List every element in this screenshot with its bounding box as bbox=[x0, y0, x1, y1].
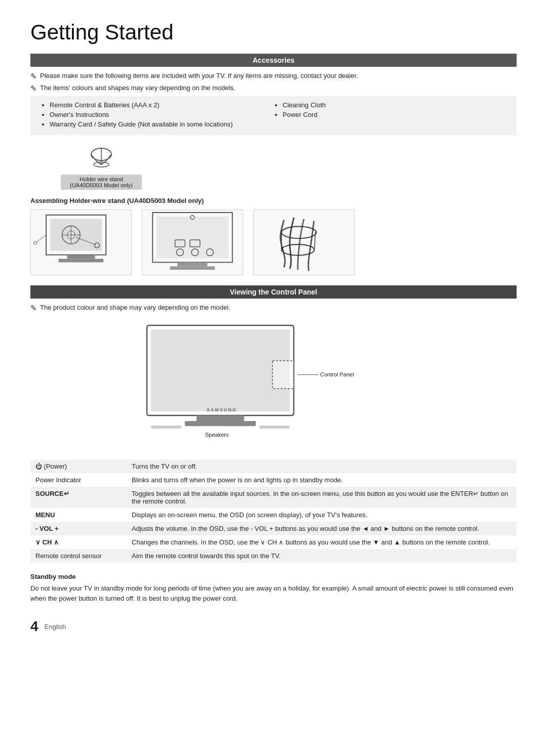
control-panel-text: Control Panel bbox=[320, 371, 354, 377]
control-description: Blinks and turns off when the power is o… bbox=[127, 473, 517, 487]
controls-table-row: Power IndicatorBlinks and turns off when… bbox=[30, 473, 517, 487]
control-button-label: Power Indicator bbox=[30, 473, 127, 487]
svg-rect-11 bbox=[67, 255, 95, 259]
accessories-header: Accessories bbox=[30, 54, 517, 67]
speakers-label-text: Speakers bbox=[205, 432, 228, 438]
svg-rect-33 bbox=[197, 415, 244, 422]
controls-table: ⏻ (Power)Turns the TV on or off.Power In… bbox=[30, 459, 517, 563]
svg-rect-32 bbox=[272, 361, 294, 389]
control-button-label: MENU bbox=[30, 508, 127, 522]
standby-text: Do not leave your TV in standby mode for… bbox=[30, 583, 517, 603]
pencil-icon-2: ✎ bbox=[30, 84, 37, 93]
assembly-image-1 bbox=[30, 209, 132, 275]
controls-table-row: Remote control sensorAim the remote cont… bbox=[30, 549, 517, 563]
accessory-item: Warranty Card / Safety Guide (Not availa… bbox=[50, 120, 274, 128]
svg-text:SAMSUNG: SAMSUNG bbox=[207, 407, 237, 412]
accessory-item: Owner's Instructions bbox=[50, 111, 274, 118]
svg-rect-34 bbox=[185, 421, 256, 426]
control-description: Aim the remote control towards this spot… bbox=[127, 549, 517, 563]
pencil-icon-3: ✎ bbox=[30, 304, 37, 313]
control-button-label: ∨ CH ∧ bbox=[30, 535, 127, 549]
tv-illustration: SAMSUNG Control Panel Speakers bbox=[132, 323, 344, 446]
standby-title: Standby mode bbox=[30, 573, 517, 580]
control-button-label: - VOL + bbox=[30, 522, 127, 535]
accessory-item: Power Cord bbox=[283, 111, 506, 118]
page-number-row: 4 English bbox=[30, 618, 517, 635]
holder-wire-image: Holder wire stand (UA40D5003 Model only) bbox=[61, 144, 142, 190]
svg-point-14 bbox=[33, 241, 36, 244]
wire-stand-icon bbox=[81, 144, 122, 173]
control-button-label: SOURCE↵ bbox=[30, 487, 127, 508]
viewing-header: Viewing the Control Panel bbox=[30, 285, 517, 299]
tv-diagram: SAMSUNG Control Panel Speakers bbox=[30, 318, 517, 454]
controls-table-row: ∨ CH ∧Changes the channels. In the OSD, … bbox=[30, 535, 517, 549]
svg-rect-24 bbox=[170, 266, 215, 270]
control-description: Turns the TV on or off. bbox=[127, 459, 517, 473]
svg-rect-36 bbox=[259, 426, 290, 429]
control-button-label: ⏻ (Power) bbox=[30, 459, 127, 473]
svg-point-25 bbox=[282, 226, 317, 238]
page-title: Getting Started bbox=[30, 20, 517, 45]
standby-section: Standby mode Do not leave your TV in sta… bbox=[30, 573, 517, 603]
assembly-image-2 bbox=[142, 209, 243, 275]
holder-wire-caption: Holder wire stand (UA40D5003 Model only) bbox=[61, 175, 142, 190]
accessories-section: Accessories ✎ Please make sure the follo… bbox=[30, 54, 517, 190]
control-description: Displays an on-screen menu, the OSD (on … bbox=[127, 508, 517, 522]
viewing-note: ✎ The product colour and shape may vary … bbox=[30, 304, 517, 313]
svg-rect-30 bbox=[151, 329, 290, 411]
assembly-image-3 bbox=[253, 209, 355, 275]
control-description: Adjusts the volume. In the OSD, use the … bbox=[127, 522, 517, 535]
accessories-note1: ✎ Please make sure the following items a… bbox=[30, 72, 517, 81]
svg-rect-12 bbox=[59, 259, 104, 262]
viewing-section: Viewing the Control Panel ✎ The product … bbox=[30, 285, 517, 563]
controls-table-row: SOURCE↵Toggles between all the available… bbox=[30, 487, 517, 508]
page-language: English bbox=[45, 623, 66, 631]
control-description: Toggles between all the available input … bbox=[127, 487, 517, 508]
svg-rect-35 bbox=[151, 426, 181, 429]
assemble-title: Assembling Holder-wire stand (UA40D5003 … bbox=[30, 197, 517, 204]
accessories-list: Remote Control & Batteries (AAA x 2) Own… bbox=[30, 96, 517, 135]
controls-table-row: MENUDisplays an on-screen menu, the OSD … bbox=[30, 508, 517, 522]
accessories-col2: Cleaning Cloth Power Cord bbox=[274, 101, 506, 130]
assembly-images bbox=[30, 209, 517, 275]
holder-wire-section: Holder wire stand (UA40D5003 Model only) bbox=[61, 144, 517, 190]
pencil-icon-1: ✎ bbox=[30, 72, 37, 81]
svg-rect-16 bbox=[157, 217, 228, 259]
svg-line-13 bbox=[36, 235, 46, 242]
svg-rect-23 bbox=[177, 262, 207, 266]
control-button-label: Remote control sensor bbox=[30, 549, 127, 563]
control-description: Changes the channels. In the OSD, use th… bbox=[127, 535, 517, 549]
accessory-item: Remote Control & Batteries (AAA x 2) bbox=[50, 101, 274, 109]
page-number: 4 bbox=[30, 618, 38, 635]
control-panel-label-area: Control Panel bbox=[298, 371, 354, 377]
controls-table-row: ⏻ (Power)Turns the TV on or off. bbox=[30, 459, 517, 473]
accessories-note2: ✎ The items' colours and shapes may vary… bbox=[30, 84, 517, 93]
assemble-section: Assembling Holder-wire stand (UA40D5003 … bbox=[30, 197, 517, 275]
accessories-col1: Remote Control & Batteries (AAA x 2) Own… bbox=[41, 101, 274, 130]
controls-table-row: - VOL +Adjusts the volume. In the OSD, u… bbox=[30, 522, 517, 535]
accessory-item: Cleaning Cloth bbox=[283, 101, 506, 109]
